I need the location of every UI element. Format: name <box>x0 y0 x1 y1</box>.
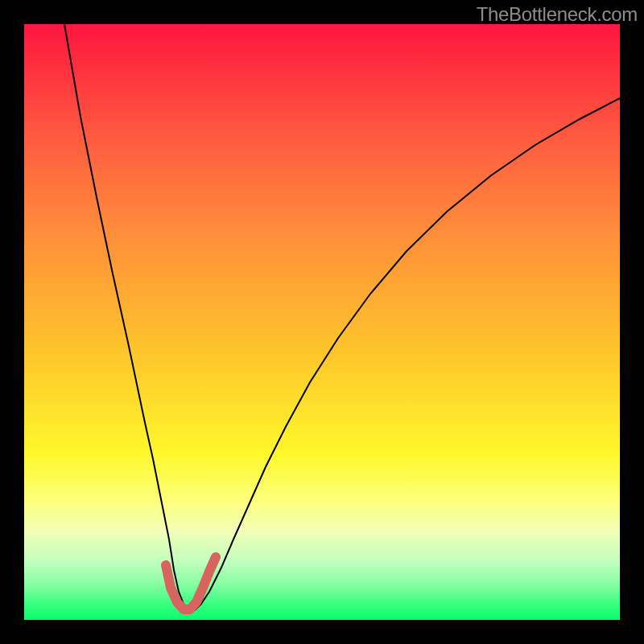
plot-area <box>24 24 620 620</box>
outer-frame: TheBottleneck.com <box>0 0 644 644</box>
watermark-text: TheBottleneck.com <box>477 3 638 26</box>
bottleneck-curve <box>64 24 620 610</box>
curve-layer <box>24 24 620 620</box>
